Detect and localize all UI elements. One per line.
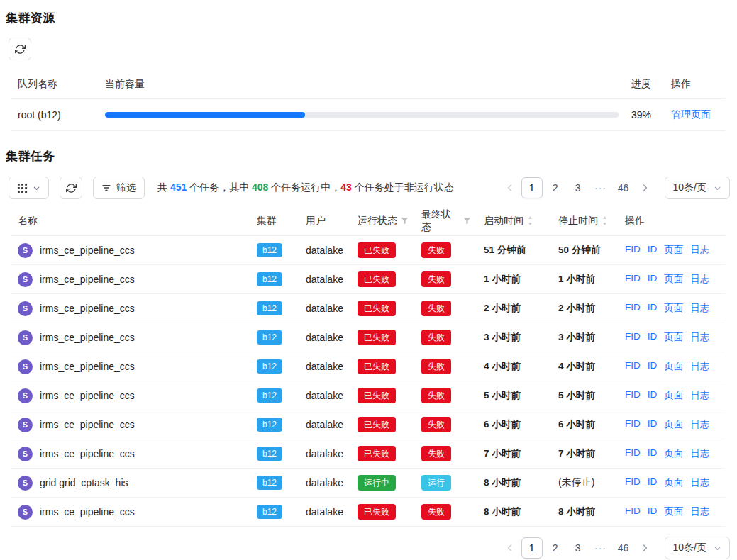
task-action-log-link[interactable]: 日志 <box>690 302 709 315</box>
cluster-badge: b12 <box>257 418 282 432</box>
resources-table-header: 队列名称 当前容量 进度 操作 <box>11 70 726 99</box>
filter-button[interactable]: 筛选 <box>93 177 145 199</box>
page-size-select[interactable]: 10条/页 <box>665 537 730 559</box>
pagination-page-1[interactable]: 1 <box>521 177 543 198</box>
final-status-badge: 失败 <box>421 330 451 345</box>
task-row: S irms_ce_pipeline_ccs b12 datalake 已失败 … <box>11 439 726 469</box>
task-action-log-link[interactable]: 日志 <box>690 476 709 489</box>
pagination-page-1[interactable]: 1 <box>521 537 543 559</box>
pagination-page-46[interactable]: 46 <box>614 178 633 198</box>
task-action-log-link[interactable]: 日志 <box>690 244 709 257</box>
filter-button-label: 筛选 <box>116 181 136 194</box>
pagination-next-button[interactable] <box>636 178 653 198</box>
pagination-page-3[interactable]: 3 <box>568 178 588 198</box>
task-action-log-link[interactable]: 日志 <box>690 418 709 431</box>
stop-time: 4 小时前 <box>552 360 619 373</box>
task-action-fid-link[interactable]: FID <box>625 418 641 431</box>
pagination-prev-button[interactable] <box>502 538 519 558</box>
task-action-fid-link[interactable]: FID <box>625 505 641 518</box>
stop-time: 3 小时前 <box>552 331 619 344</box>
task-action-page-link[interactable]: 页面 <box>664 447 683 460</box>
tasks-toolbar: 筛选 共 451 个任务，其中 408 个任务运行中，43 个任务处于非运行状态… <box>9 177 730 199</box>
column-settings-button[interactable] <box>9 177 49 199</box>
task-row: S irms_ce_pipeline_ccs b12 datalake 已失败 … <box>11 498 726 527</box>
task-action-page-link[interactable]: 页面 <box>664 302 683 315</box>
filter-icon[interactable] <box>463 217 471 225</box>
run-status-badge: 已失败 <box>358 301 396 316</box>
pagination-ellipsis[interactable]: ··· <box>591 178 611 198</box>
task-action-page-link[interactable]: 页面 <box>664 360 683 373</box>
task-action-log-link[interactable]: 日志 <box>690 447 709 460</box>
task-action-page-link[interactable]: 页面 <box>664 273 683 286</box>
pagination-next-button[interactable] <box>636 538 653 558</box>
task-action-id-link[interactable]: ID <box>648 505 658 518</box>
task-action-fid-link[interactable]: FID <box>625 476 641 489</box>
col-stop-time[interactable]: 停止时间 <box>552 215 619 228</box>
task-action-fid-link[interactable]: FID <box>625 360 641 373</box>
task-user: datalake <box>299 245 351 256</box>
task-action-page-link[interactable]: 页面 <box>664 505 683 518</box>
task-action-id-link[interactable]: ID <box>648 273 658 286</box>
pagination-page-2[interactable]: 2 <box>545 178 565 198</box>
task-name: irms_ce_pipeline_ccs <box>40 245 135 256</box>
pagination-page-3[interactable]: 3 <box>568 538 588 558</box>
resources-refresh-button[interactable] <box>9 38 31 60</box>
task-action-id-link[interactable]: ID <box>648 447 658 460</box>
sorter-icon[interactable] <box>602 215 608 226</box>
task-user: datalake <box>299 390 351 401</box>
task-name: irms_ce_pipeline_ccs <box>40 274 135 285</box>
task-action-page-link[interactable]: 页面 <box>664 418 683 431</box>
task-user: datalake <box>299 274 351 285</box>
run-status-badge: 已失败 <box>358 242 396 258</box>
tasks-refresh-button[interactable] <box>60 177 82 199</box>
sorter-icon[interactable] <box>527 215 533 226</box>
col-cluster: 集群 <box>250 215 299 228</box>
queue-name: root (b12) <box>11 109 99 121</box>
task-action-log-link[interactable]: 日志 <box>690 505 709 518</box>
pagination-ellipsis[interactable]: ··· <box>591 538 611 558</box>
pagination-top: 123···46 10条/页 <box>502 177 730 199</box>
progress-percent: 39% <box>625 109 665 121</box>
final-status-badge: 失败 <box>421 271 451 287</box>
pagination-page-46[interactable]: 46 <box>614 538 633 558</box>
task-action-log-link[interactable]: 日志 <box>690 360 709 373</box>
run-status-badge: 已失败 <box>358 359 396 374</box>
col-start-time[interactable]: 启动时间 <box>477 215 552 228</box>
task-action-log-link[interactable]: 日志 <box>690 389 709 402</box>
final-status-badge: 失败 <box>421 417 451 432</box>
task-action-fid-link[interactable]: FID <box>625 302 641 315</box>
task-action-page-link[interactable]: 页面 <box>664 389 683 402</box>
col-resource-actions: 操作 <box>665 78 726 91</box>
summary-running-count: 408 <box>252 181 268 193</box>
final-status-badge: 失败 <box>421 388 451 403</box>
task-action-id-link[interactable]: ID <box>648 302 658 315</box>
task-action-id-link[interactable]: ID <box>648 418 658 431</box>
pagination-page-2[interactable]: 2 <box>545 538 565 558</box>
pagination-prev-button[interactable] <box>502 178 519 198</box>
task-action-log-link[interactable]: 日志 <box>690 273 709 286</box>
task-action-page-link[interactable]: 页面 <box>664 244 683 257</box>
task-action-page-link[interactable]: 页面 <box>664 476 683 489</box>
task-actions: FIDID页面日志 <box>619 418 726 431</box>
task-action-id-link[interactable]: ID <box>648 476 658 489</box>
task-action-fid-link[interactable]: FID <box>625 389 641 402</box>
task-action-fid-link[interactable]: FID <box>625 273 641 286</box>
manage-page-link[interactable]: 管理页面 <box>671 108 711 120</box>
task-action-fid-link[interactable]: FID <box>625 447 641 460</box>
task-action-id-link[interactable]: ID <box>648 389 658 402</box>
page-size-label: 10条/页 <box>673 542 706 554</box>
task-avatar: S <box>18 272 33 287</box>
chevron-down-icon <box>714 184 721 192</box>
task-action-id-link[interactable]: ID <box>648 244 658 257</box>
task-action-id-link[interactable]: ID <box>648 360 658 373</box>
task-action-fid-link[interactable]: FID <box>625 244 641 257</box>
summary-text: 个任务，其中 <box>187 181 252 193</box>
task-action-page-link[interactable]: 页面 <box>664 331 683 344</box>
task-action-fid-link[interactable]: FID <box>625 331 641 344</box>
filter-icon[interactable] <box>401 217 409 225</box>
page-size-select[interactable]: 10条/页 <box>665 177 730 199</box>
task-avatar: S <box>18 388 33 403</box>
final-status-badge: 运行 <box>421 475 451 491</box>
task-action-log-link[interactable]: 日志 <box>690 331 709 344</box>
task-action-id-link[interactable]: ID <box>648 331 658 344</box>
